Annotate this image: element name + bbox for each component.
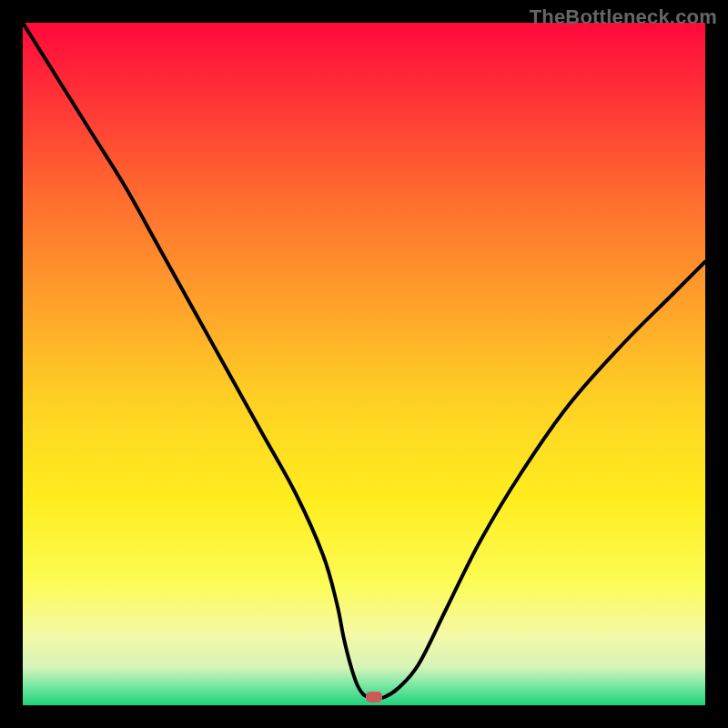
optimum-marker: [366, 692, 382, 703]
plot-area: [23, 23, 705, 705]
plot-svg: [23, 23, 705, 705]
watermark-text: TheBottleneck.com: [530, 5, 717, 29]
chart-frame: TheBottleneck.com: [0, 0, 728, 728]
